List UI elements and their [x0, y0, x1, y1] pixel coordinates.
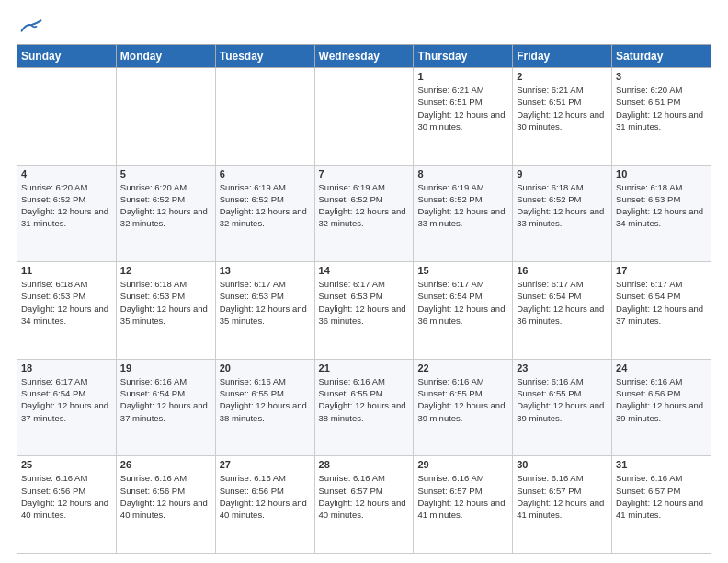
day-number: 16	[517, 265, 608, 276]
calendar-week-1: 1Sunrise: 6:21 AM Sunset: 6:51 PM Daylig…	[17, 68, 711, 166]
weekday-header-wednesday: Wednesday	[314, 45, 414, 68]
day-info: Sunrise: 6:19 AM Sunset: 6:52 PM Dayligh…	[220, 181, 311, 230]
day-number: 25	[21, 459, 112, 470]
calendar-cell: 12Sunrise: 6:18 AM Sunset: 6:53 PM Dayli…	[116, 262, 215, 360]
day-info: Sunrise: 6:16 AM Sunset: 6:55 PM Dayligh…	[417, 375, 508, 424]
calendar-cell: 30Sunrise: 6:16 AM Sunset: 6:57 PM Dayli…	[513, 456, 612, 554]
day-info: Sunrise: 6:18 AM Sunset: 6:52 PM Dayligh…	[517, 181, 608, 230]
calendar-cell	[314, 68, 414, 166]
weekday-header-thursday: Thursday	[414, 45, 513, 68]
logo	[17, 17, 44, 35]
day-number: 10	[616, 168, 707, 179]
calendar-cell	[116, 68, 215, 166]
calendar-cell: 25Sunrise: 6:16 AM Sunset: 6:56 PM Dayli…	[17, 456, 117, 554]
day-number: 22	[417, 362, 508, 373]
day-number: 19	[120, 362, 211, 373]
day-info: Sunrise: 6:20 AM Sunset: 6:52 PM Dayligh…	[120, 181, 211, 230]
day-number: 18	[21, 362, 112, 373]
day-info: Sunrise: 6:16 AM Sunset: 6:56 PM Dayligh…	[220, 472, 311, 521]
day-info: Sunrise: 6:16 AM Sunset: 6:56 PM Dayligh…	[21, 472, 112, 521]
day-number: 6	[220, 168, 311, 179]
day-number: 9	[517, 168, 608, 179]
day-number: 28	[319, 459, 410, 470]
calendar-body: 1Sunrise: 6:21 AM Sunset: 6:51 PM Daylig…	[17, 68, 711, 554]
day-number: 31	[616, 459, 707, 470]
weekday-header-saturday: Saturday	[612, 45, 711, 68]
calendar-week-2: 4Sunrise: 6:20 AM Sunset: 6:52 PM Daylig…	[17, 165, 711, 262]
day-info: Sunrise: 6:17 AM Sunset: 6:54 PM Dayligh…	[417, 278, 508, 327]
day-number: 29	[417, 459, 508, 470]
calendar-cell: 3Sunrise: 6:20 AM Sunset: 6:51 PM Daylig…	[612, 68, 711, 166]
day-info: Sunrise: 6:16 AM Sunset: 6:57 PM Dayligh…	[319, 472, 410, 521]
calendar-cell: 8Sunrise: 6:19 AM Sunset: 6:52 PM Daylig…	[414, 165, 513, 262]
day-info: Sunrise: 6:16 AM Sunset: 6:55 PM Dayligh…	[517, 375, 608, 424]
calendar-cell: 21Sunrise: 6:16 AM Sunset: 6:55 PM Dayli…	[314, 359, 414, 456]
day-info: Sunrise: 6:18 AM Sunset: 6:53 PM Dayligh…	[21, 278, 112, 327]
day-info: Sunrise: 6:16 AM Sunset: 6:54 PM Dayligh…	[120, 375, 211, 424]
calendar-cell: 13Sunrise: 6:17 AM Sunset: 6:53 PM Dayli…	[215, 262, 314, 360]
day-number: 5	[120, 168, 211, 179]
day-info: Sunrise: 6:21 AM Sunset: 6:51 PM Dayligh…	[517, 84, 608, 132]
header	[17, 17, 711, 35]
day-info: Sunrise: 6:16 AM Sunset: 6:57 PM Dayligh…	[417, 472, 508, 521]
weekday-header-monday: Monday	[116, 45, 215, 68]
day-info: Sunrise: 6:20 AM Sunset: 6:51 PM Dayligh…	[616, 84, 707, 132]
day-info: Sunrise: 6:17 AM Sunset: 6:54 PM Dayligh…	[21, 375, 112, 424]
calendar-cell: 7Sunrise: 6:19 AM Sunset: 6:52 PM Daylig…	[314, 165, 414, 262]
day-number: 17	[616, 265, 707, 276]
calendar-cell: 22Sunrise: 6:16 AM Sunset: 6:55 PM Dayli…	[414, 359, 513, 456]
day-info: Sunrise: 6:16 AM Sunset: 6:55 PM Dayligh…	[319, 375, 410, 424]
day-info: Sunrise: 6:21 AM Sunset: 6:51 PM Dayligh…	[417, 84, 508, 132]
calendar-cell: 26Sunrise: 6:16 AM Sunset: 6:56 PM Dayli…	[116, 456, 215, 554]
day-number: 11	[21, 265, 112, 276]
day-info: Sunrise: 6:16 AM Sunset: 6:55 PM Dayligh…	[220, 375, 311, 424]
day-number: 7	[319, 168, 410, 179]
calendar-cell: 16Sunrise: 6:17 AM Sunset: 6:54 PM Dayli…	[513, 262, 612, 360]
page: SundayMondayTuesdayWednesdayThursdayFrid…	[0, 0, 728, 563]
weekday-header-tuesday: Tuesday	[215, 45, 314, 68]
day-info: Sunrise: 6:16 AM Sunset: 6:56 PM Dayligh…	[120, 472, 211, 521]
calendar-cell: 6Sunrise: 6:19 AM Sunset: 6:52 PM Daylig…	[215, 165, 314, 262]
day-info: Sunrise: 6:17 AM Sunset: 6:54 PM Dayligh…	[517, 278, 608, 327]
calendar-cell: 9Sunrise: 6:18 AM Sunset: 6:52 PM Daylig…	[513, 165, 612, 262]
weekday-header-friday: Friday	[513, 45, 612, 68]
day-number: 4	[21, 168, 112, 179]
weekday-header-row: SundayMondayTuesdayWednesdayThursdayFrid…	[17, 45, 711, 68]
calendar-cell: 4Sunrise: 6:20 AM Sunset: 6:52 PM Daylig…	[17, 165, 117, 262]
day-number: 21	[319, 362, 410, 373]
calendar-cell: 11Sunrise: 6:18 AM Sunset: 6:53 PM Dayli…	[17, 262, 117, 360]
logo-bird-icon	[20, 17, 42, 35]
day-number: 15	[417, 265, 508, 276]
calendar-cell: 15Sunrise: 6:17 AM Sunset: 6:54 PM Dayli…	[414, 262, 513, 360]
day-number: 1	[417, 71, 508, 82]
day-info: Sunrise: 6:16 AM Sunset: 6:56 PM Dayligh…	[616, 375, 707, 424]
day-number: 13	[220, 265, 311, 276]
calendar-cell: 18Sunrise: 6:17 AM Sunset: 6:54 PM Dayli…	[17, 359, 117, 456]
day-info: Sunrise: 6:16 AM Sunset: 6:57 PM Dayligh…	[517, 472, 608, 521]
calendar-cell: 17Sunrise: 6:17 AM Sunset: 6:54 PM Dayli…	[612, 262, 711, 360]
calendar-cell: 1Sunrise: 6:21 AM Sunset: 6:51 PM Daylig…	[414, 68, 513, 166]
day-info: Sunrise: 6:17 AM Sunset: 6:53 PM Dayligh…	[220, 278, 311, 327]
day-info: Sunrise: 6:18 AM Sunset: 6:53 PM Dayligh…	[616, 181, 707, 230]
day-number: 14	[319, 265, 410, 276]
calendar-week-3: 11Sunrise: 6:18 AM Sunset: 6:53 PM Dayli…	[17, 262, 711, 360]
calendar-cell: 14Sunrise: 6:17 AM Sunset: 6:53 PM Dayli…	[314, 262, 414, 360]
calendar-cell: 19Sunrise: 6:16 AM Sunset: 6:54 PM Dayli…	[116, 359, 215, 456]
calendar-cell: 29Sunrise: 6:16 AM Sunset: 6:57 PM Dayli…	[414, 456, 513, 554]
calendar-cell: 5Sunrise: 6:20 AM Sunset: 6:52 PM Daylig…	[116, 165, 215, 262]
calendar-cell: 24Sunrise: 6:16 AM Sunset: 6:56 PM Dayli…	[612, 359, 711, 456]
calendar-cell: 2Sunrise: 6:21 AM Sunset: 6:51 PM Daylig…	[513, 68, 612, 166]
day-info: Sunrise: 6:19 AM Sunset: 6:52 PM Dayligh…	[417, 181, 508, 230]
calendar-cell: 20Sunrise: 6:16 AM Sunset: 6:55 PM Dayli…	[215, 359, 314, 456]
day-info: Sunrise: 6:19 AM Sunset: 6:52 PM Dayligh…	[319, 181, 410, 230]
weekday-header-sunday: Sunday	[17, 45, 117, 68]
day-number: 8	[417, 168, 508, 179]
day-info: Sunrise: 6:17 AM Sunset: 6:54 PM Dayligh…	[616, 278, 707, 327]
day-number: 24	[616, 362, 707, 373]
calendar-cell	[215, 68, 314, 166]
day-info: Sunrise: 6:16 AM Sunset: 6:57 PM Dayligh…	[616, 472, 707, 521]
day-number: 27	[220, 459, 311, 470]
calendar-week-4: 18Sunrise: 6:17 AM Sunset: 6:54 PM Dayli…	[17, 359, 711, 456]
day-number: 26	[120, 459, 211, 470]
day-number: 3	[616, 71, 707, 82]
